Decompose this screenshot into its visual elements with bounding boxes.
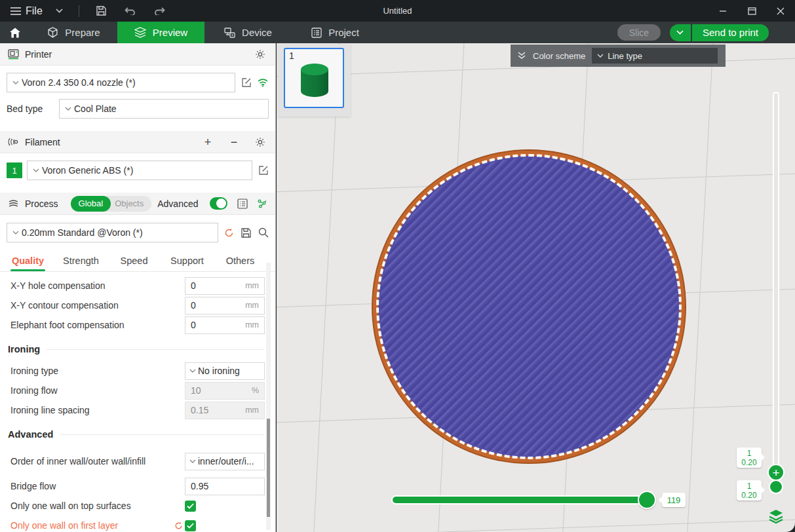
edit-icon[interactable] bbox=[241, 77, 252, 88]
redo-button[interactable] bbox=[146, 4, 173, 18]
redo-icon bbox=[154, 7, 165, 15]
input-value: 0.15 bbox=[191, 405, 208, 415]
tab-preview[interactable]: Preview bbox=[117, 22, 204, 43]
bridge-flow-input[interactable]: 0.95 bbox=[185, 478, 265, 495]
ironing-group-header: Ironing bbox=[10, 341, 265, 357]
close-button[interactable] bbox=[766, 0, 795, 22]
process-section-title: Process bbox=[25, 199, 58, 209]
process-preset-select[interactable]: 0.20mm Standard @Voron (*) bbox=[7, 223, 218, 242]
process-preset-value: 0.20mm Standard @Voron (*) bbox=[22, 227, 143, 238]
scope-global[interactable]: Global bbox=[71, 196, 111, 212]
xy-contour-compensation-input[interactable]: 0 mm bbox=[185, 297, 265, 314]
edit-icon[interactable] bbox=[258, 165, 269, 176]
setting-row-ironing-flow: Ironing flow 10 % bbox=[10, 381, 265, 400]
hamburger-icon bbox=[10, 7, 21, 15]
setting-row-ironing-spacing: Ironing line spacing 0.15 mm bbox=[10, 400, 265, 420]
setting-label: Only one wall on first layer bbox=[10, 520, 172, 531]
ironing-type-select[interactable]: No ironing bbox=[185, 362, 265, 380]
one-wall-first-checkbox[interactable] bbox=[185, 520, 196, 531]
nav-tabbar: Prepare Preview Device Project Slice bbox=[0, 22, 795, 43]
collapse-double-chevron-icon[interactable] bbox=[517, 52, 526, 60]
process-tune-button[interactable] bbox=[257, 197, 267, 211]
select-value: No ironing bbox=[198, 366, 260, 376]
advanced-label: Advanced bbox=[157, 199, 198, 209]
tab-project[interactable]: Project bbox=[292, 22, 379, 43]
tab-strength[interactable]: Strength bbox=[54, 252, 107, 271]
printer-preset-select[interactable]: Voron 2.4 350 0.4 nozzle (*) bbox=[7, 73, 235, 92]
file-menu-button[interactable]: File bbox=[7, 3, 47, 20]
save-preset-icon[interactable] bbox=[241, 228, 251, 238]
input-value: 0 bbox=[191, 320, 196, 330]
one-wall-top-checkbox[interactable] bbox=[185, 501, 196, 512]
send-options-button[interactable] bbox=[670, 24, 691, 41]
minimize-button[interactable] bbox=[708, 0, 737, 22]
filament-slot-badge[interactable]: 1 bbox=[7, 162, 22, 178]
filament-preset-select[interactable]: Voron Generic ABS (*) bbox=[27, 161, 252, 180]
elephant-foot-compensation-input[interactable]: 0 mm bbox=[185, 316, 265, 334]
scope-objects[interactable]: Objects bbox=[111, 199, 151, 208]
process-scope-toggle[interactable]: Global Objects bbox=[71, 196, 152, 212]
move-slider-handle[interactable] bbox=[638, 491, 656, 509]
add-filament-button[interactable]: + bbox=[201, 135, 215, 149]
wifi-icon[interactable] bbox=[257, 78, 269, 87]
setting-label: Only one wall on top surfaces bbox=[10, 501, 185, 511]
layer-view-button[interactable] bbox=[767, 507, 785, 525]
device-icon bbox=[224, 28, 235, 38]
tab-prepare[interactable]: Prepare bbox=[30, 22, 117, 43]
stacked-layers-icon bbox=[767, 508, 785, 524]
layer-slider-track[interactable] bbox=[773, 92, 779, 485]
preview-viewport[interactable]: 1 Color scheme Line type bbox=[277, 43, 795, 532]
layer-slider-upper-handle[interactable]: + bbox=[767, 464, 785, 481]
titlebar: File bbox=[0, 0, 795, 22]
input-unit: mm bbox=[245, 320, 259, 330]
line-type-select[interactable]: Line type bbox=[592, 48, 718, 64]
cylinder-model-preview bbox=[301, 64, 328, 102]
printer-settings-button[interactable] bbox=[253, 47, 267, 62]
tab-prepare-label: Prepare bbox=[65, 27, 100, 38]
plate-thumbnail[interactable]: 1 bbox=[284, 48, 344, 108]
move-slider-track[interactable] bbox=[393, 497, 653, 503]
maximize-button[interactable] bbox=[737, 0, 766, 22]
wall-order-select[interactable]: inner/outer/i... bbox=[185, 453, 265, 470]
setting-row-xy-contour: X-Y contour compensation 0 mm bbox=[10, 295, 265, 315]
setting-label: Order of inner wall/outer wall/infill bbox=[10, 456, 185, 467]
bed-type-select[interactable]: Cool Plate bbox=[59, 99, 269, 119]
save-button[interactable] bbox=[88, 3, 114, 18]
process-layers-icon bbox=[8, 199, 19, 208]
remove-filament-button[interactable]: − bbox=[227, 135, 241, 149]
advanced-toggle[interactable] bbox=[210, 197, 228, 210]
parameter-list-button[interactable] bbox=[237, 197, 248, 211]
check-icon bbox=[187, 523, 194, 529]
undo-button[interactable] bbox=[117, 4, 144, 18]
filament-settings-button[interactable] bbox=[253, 135, 267, 149]
grid-line bbox=[683, 43, 714, 532]
xy-hole-compensation-input[interactable]: 0 mm bbox=[185, 277, 265, 295]
input-value: 10 bbox=[191, 385, 201, 396]
home-button[interactable] bbox=[0, 22, 30, 43]
ironing-line-spacing-input[interactable]: 0.15 mm bbox=[185, 402, 265, 419]
tab-support[interactable]: Support bbox=[161, 252, 214, 271]
tab-others[interactable]: Others bbox=[214, 252, 267, 271]
slicer-app: File bbox=[0, 0, 795, 532]
setting-row-one-wall-top: Only one wall on top surfaces bbox=[10, 496, 265, 516]
slice-button[interactable]: Slice bbox=[617, 24, 661, 41]
ironing-flow-input[interactable]: 10 % bbox=[185, 382, 265, 400]
scrollbar-thumb[interactable] bbox=[267, 419, 270, 517]
reset-icon[interactable] bbox=[224, 228, 234, 238]
reset-setting-button[interactable] bbox=[172, 522, 185, 530]
search-icon[interactable] bbox=[258, 227, 269, 238]
tab-quality[interactable]: Quality bbox=[1, 252, 54, 271]
list-icon bbox=[237, 199, 248, 209]
process-tab-strip: Quality Strength Speed Support Others bbox=[0, 246, 275, 272]
send-to-print-button[interactable]: Send to print bbox=[692, 24, 769, 41]
reset-icon bbox=[174, 522, 183, 530]
layer-slider-lower-handle[interactable] bbox=[769, 480, 783, 494]
tab-device[interactable]: Device bbox=[204, 22, 292, 43]
advanced-group-header: Advanced bbox=[10, 427, 265, 442]
sidebar-scrollbar[interactable] bbox=[266, 263, 271, 530]
grid-line bbox=[277, 518, 795, 532]
plus-icon: + bbox=[204, 136, 212, 148]
filament-preset-value: Voron Generic ABS (*) bbox=[42, 165, 133, 176]
tab-speed[interactable]: Speed bbox=[107, 252, 161, 271]
file-menu-dropdown-button[interactable] bbox=[49, 6, 69, 16]
